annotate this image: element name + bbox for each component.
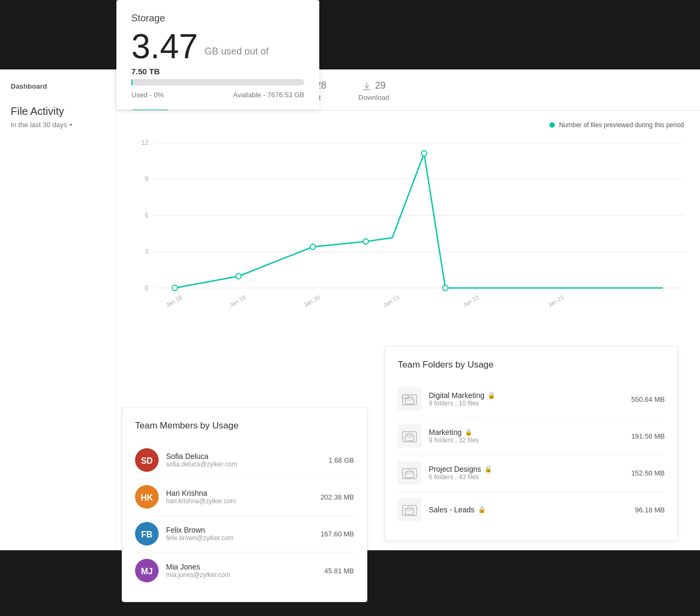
legend-text: Number of files previewed during this pe… — [559, 121, 684, 129]
team-members-section: Team Members by Usage SD Sofia Deluca so… — [122, 407, 367, 602]
folder-meta: 9 folders , 10 files — [429, 400, 631, 407]
download-icon: 29 — [362, 80, 386, 91]
svg-text:0: 0 — [145, 284, 148, 292]
folder-icon — [398, 424, 421, 448]
svg-point-24 — [363, 239, 368, 244]
folder-meta: 9 folders , 32 files — [429, 436, 631, 444]
folder-icon — [398, 387, 421, 411]
svg-rect-49 — [405, 472, 414, 478]
folder-icon — [398, 461, 421, 485]
folder-meta: 6 folders , 43 files — [429, 473, 631, 481]
team-folders-title: Team Folders by Usage — [398, 360, 665, 370]
avatar-felix: FB — [135, 522, 159, 545]
svg-text:Jan 21: Jan 21 — [382, 294, 400, 308]
folder-size: 550.64 MB — [631, 395, 665, 403]
legend-dot — [549, 122, 555, 128]
folder-info: Marketing 🔒 9 folders , 32 files — [429, 428, 631, 444]
member-item: FB Felix Brown felix.brown@zylker.com 16… — [135, 516, 354, 552]
folder-name: Digital Marketing 🔒 — [429, 391, 631, 400]
member-email: felix.brown@zylker.com — [166, 534, 320, 542]
file-activity-section: File Activity In the last 30 days ▾ — [0, 95, 116, 134]
member-usage: 45.81 MB — [324, 567, 354, 575]
svg-text:Jan 19: Jan 19 — [228, 294, 246, 308]
storage-meta: Used - 0% Available - 7676.53 GB — [131, 91, 304, 99]
folder-item: Project Designs 🔒 6 folders , 43 files 1… — [398, 455, 665, 492]
svg-text:9: 9 — [145, 175, 148, 183]
avatar-hari: HK — [135, 485, 159, 509]
member-usage: 202.38 MB — [320, 493, 354, 501]
storage-bar — [131, 79, 304, 85]
folder-size: 96.18 MB — [635, 506, 665, 514]
member-info: Hari Krishna hari.krishna@zylker.com — [166, 489, 320, 505]
folder-info: Sales - Leads 🔒 — [429, 505, 635, 514]
member-email: hari.krishna@zylker.com — [166, 497, 320, 505]
svg-text:SD: SD — [141, 456, 153, 465]
svg-rect-43 — [405, 398, 414, 404]
storage-available-label: Available - 7676.53 GB — [233, 91, 304, 99]
member-name: Mia Jones — [166, 563, 324, 571]
svg-point-21 — [172, 285, 177, 291]
lock-icon: 🔒 — [484, 465, 492, 473]
svg-point-26 — [443, 285, 448, 291]
member-item: MJ Mia Jones mia.jones@zylker.com 45.81 … — [135, 552, 354, 589]
team-members-title: Team Members by Usage — [135, 420, 354, 431]
lock-icon: 🔒 — [478, 506, 486, 513]
svg-text:Jan 23: Jan 23 — [546, 294, 564, 308]
file-activity-title: File Activity — [11, 105, 105, 118]
lock-icon: 🔒 — [487, 392, 495, 399]
storage-used-label: Used - 0% — [131, 91, 164, 99]
storage-title: Storage — [131, 13, 304, 24]
member-info: Mia Jones mia.jones@zylker.com — [166, 563, 324, 579]
storage-unit: GB used out of — [205, 46, 269, 64]
member-item: SD Sofia Deluca sofia.deluca@zylker.com … — [135, 442, 354, 479]
svg-point-22 — [236, 274, 241, 279]
svg-text:Jan 22: Jan 22 — [462, 294, 480, 308]
member-name: Felix Brown — [166, 526, 320, 534]
folder-info: Digital Marketing 🔒 9 folders , 10 files — [429, 391, 631, 407]
lock-icon: 🔒 — [465, 428, 473, 436]
chart-legend: Number of files previewed during this pe… — [132, 121, 684, 129]
svg-point-23 — [310, 244, 316, 249]
member-name: Sofia Deluca — [166, 452, 328, 461]
svg-text:Jan 18: Jan 18 — [164, 294, 183, 308]
svg-text:12: 12 — [141, 139, 149, 146]
tab-download[interactable]: 29 Download — [353, 69, 395, 110]
folder-name: Project Designs 🔒 — [429, 465, 631, 473]
folder-name: Sales - Leads 🔒 — [429, 505, 635, 514]
storage-gb-value: 3.47 — [131, 29, 198, 64]
member-usage: 167.60 MB — [320, 530, 354, 538]
subtitle-text: In the last 30 days — [11, 121, 67, 129]
svg-text:FB: FB — [141, 530, 152, 539]
avatar-mia: MJ — [135, 559, 159, 582]
folder-icon — [398, 498, 421, 521]
folder-item: Digital Marketing 🔒 9 folders , 10 files… — [398, 381, 665, 418]
member-item: HK Hari Krishna hari.krishna@zylker.com … — [135, 479, 354, 516]
svg-text:3: 3 — [145, 248, 148, 255]
chevron-down-icon: ▾ — [69, 122, 72, 128]
svg-rect-52 — [405, 509, 414, 514]
folder-info: Project Designs 🔒 6 folders , 43 files — [429, 465, 631, 481]
folder-size: 191.56 MB — [631, 432, 665, 440]
chart-area: Number of files previewed during this pe… — [116, 111, 700, 340]
folder-size: 152.50 MB — [631, 469, 665, 477]
team-folders-section: Team Folders by Usage Digital Marketing … — [384, 346, 678, 541]
storage-bar-fill — [131, 79, 132, 85]
svg-text:6: 6 — [145, 212, 148, 219]
member-name: Hari Krishna — [166, 489, 320, 497]
svg-point-25 — [421, 151, 427, 156]
member-usage: 1.68 GB — [328, 456, 354, 464]
chart-container: 12 9 6 3 0 Jan 18 Jan — [132, 137, 684, 330]
sidebar: Dashboard File Activity In the last 30 d… — [0, 69, 116, 550]
download-count: 29 — [375, 80, 386, 91]
member-email: sofia.deluca@zylker.com — [166, 461, 328, 468]
svg-text:MJ: MJ — [141, 567, 153, 576]
file-activity-subtitle[interactable]: In the last 30 days ▾ — [11, 121, 105, 129]
storage-tb: 7.50 TB — [131, 67, 304, 76]
svg-rect-46 — [405, 435, 414, 441]
svg-text:HK: HK — [140, 493, 153, 502]
folder-name: Marketing 🔒 — [429, 428, 631, 436]
svg-text:Jan 20: Jan 20 — [303, 294, 321, 308]
download-label: Download — [358, 93, 389, 102]
storage-card: Storage 3.47 GB used out of 7.50 TB Used… — [116, 0, 319, 110]
member-email: mia.jones@zylker.com — [166, 571, 324, 579]
